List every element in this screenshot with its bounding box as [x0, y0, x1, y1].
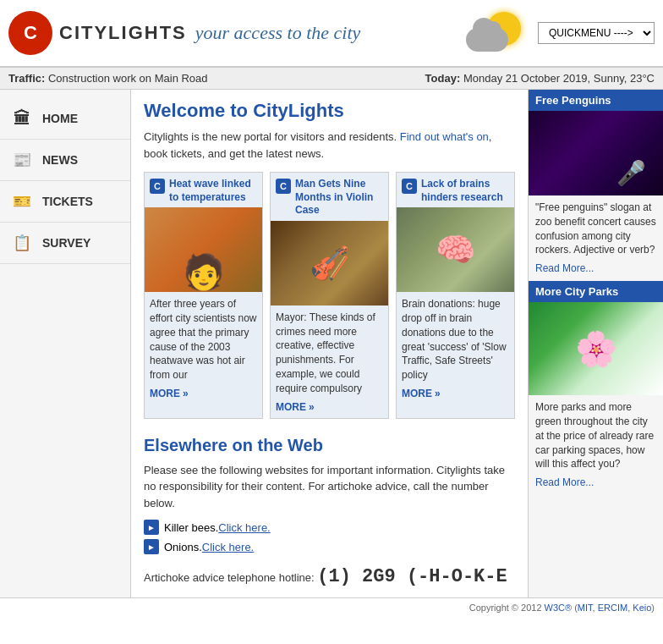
card-img-brain: 🧠 — [397, 207, 514, 292]
link-icon-onions: ► — [144, 539, 159, 554]
intro-text: Citylights is the new portal for visitor… — [144, 129, 515, 162]
widget-penguins-title: Free Penguins — [529, 90, 663, 111]
home-icon — [8, 107, 36, 130]
elsewhere-intro: Please see the following websites for im… — [144, 462, 515, 512]
quickmenu-select[interactable]: QUICKMENU ----> Home News Tickets Survey — [538, 22, 655, 44]
elsewhere-section: Elsewhere on the Web Please see the foll… — [144, 436, 515, 588]
sidebar-label-home: HOME — [42, 112, 78, 125]
main-layout: HOME NEWS TICKETS SURVEY Welcome to City… — [0, 90, 663, 597]
card-text-heatwave: After three years of effort city scienti… — [145, 292, 262, 386]
card-title-violin: Man Gets Nine Months in Violin Case — [295, 178, 383, 217]
survey-icon — [8, 231, 36, 255]
killer-bees-click[interactable]: Click here. — [218, 521, 270, 534]
card-header-violin: C Man Gets Nine Months in Violin Case — [271, 173, 388, 221]
card-header-brain: C Lack of brains hinders research — [397, 173, 514, 207]
quickmenu-area[interactable]: QUICKMENU ----> Home News Tickets Survey — [538, 22, 655, 44]
card-icon-brain: C — [402, 179, 417, 194]
card-img-heatwave: 🧑 — [145, 207, 262, 292]
footer-text: Copyright © 2012 W3C® (MIT, ERCIM, Keio) — [469, 603, 655, 613]
more-arrow-brain: » — [435, 388, 441, 399]
card-img-violin: 🎻 — [271, 221, 388, 305]
killer-bees-text: Killer bees. — [164, 521, 218, 534]
widget-parks: More City Parks More parks and more gree… — [529, 281, 663, 495]
news-card-brain: C Lack of brains hinders research 🧠 Brai… — [396, 172, 515, 419]
onions-text: Onions. — [164, 541, 202, 553]
card-text-violin: Mayor: These kinds of crimes need more c… — [271, 305, 388, 399]
tickets-icon — [8, 190, 36, 213]
sidebar-label-news: NEWS — [42, 153, 78, 167]
widget-parks-text: More parks and more green throughout the… — [529, 395, 663, 476]
traffic-info: Traffic: Construction work on Main Road — [8, 72, 208, 85]
weather-icon — [466, 8, 525, 58]
onions-link: ► Onions. Click here. — [144, 539, 515, 554]
site-name: CITYLIGHTS — [59, 22, 187, 44]
sidebar-item-tickets[interactable]: TICKETS — [0, 181, 130, 223]
logo-circle: C — [8, 11, 52, 55]
news-card-violin: C Man Gets Nine Months in Violin Case 🎻 … — [270, 172, 389, 419]
hotline: Artichoke advice telephone hotline: (1) … — [144, 566, 515, 587]
card-title-heatwave: Heat wave linked to temperatures — [169, 178, 257, 204]
today-value: Monday 21 October 2019, Sunny, 23°C — [463, 72, 655, 85]
card-more-violin[interactable]: MORE » — [271, 399, 388, 418]
mit-link[interactable]: MIT — [578, 603, 593, 613]
w3c-link[interactable]: W3C® — [545, 603, 573, 613]
penguins-photo — [529, 111, 663, 195]
traffic-bar: Traffic: Construction work on Main Road … — [0, 68, 663, 90]
keio-link[interactable]: Keio — [633, 603, 651, 613]
news-icon — [8, 148, 36, 172]
footer: Copyright © 2012 W3C® (MIT, ERCIM, Keio) — [0, 597, 663, 617]
today-label: Today: — [425, 72, 461, 85]
killer-bees-link: ► Killer bees. Click here. — [144, 520, 515, 535]
sidebar-item-news[interactable]: NEWS — [0, 140, 130, 181]
sidebar-label-tickets: TICKETS — [42, 195, 93, 208]
link-icon-bees: ► — [144, 520, 159, 535]
traffic-value: Construction work on Main Road — [48, 72, 208, 85]
logo-letter: C — [24, 22, 37, 44]
card-title-brain: Lack of brains hinders research — [421, 178, 509, 204]
penguins-read-more[interactable]: Read More... — [529, 262, 663, 281]
welcome-title: Welcome to CityLights — [144, 100, 515, 122]
card-more-brain[interactable]: MORE » — [397, 386, 514, 405]
sidebar-label-survey: SURVEY — [42, 236, 90, 250]
cloud-icon — [466, 28, 508, 52]
more-arrow-violin: » — [309, 401, 315, 413]
widget-parks-title: More City Parks — [529, 281, 663, 302]
hotline-number: (1) 2G9 (-H-O-K-E — [317, 566, 507, 587]
card-text-brain: Brain donations: huge drop off in brain … — [397, 292, 514, 386]
right-sidebar: Free Penguins "Free penguins" slogan at … — [528, 90, 663, 597]
traffic-label: Traffic: — [8, 72, 45, 85]
sidebar-item-home[interactable]: HOME — [0, 98, 130, 140]
tagline: your access to the city — [195, 22, 361, 44]
more-arrow-heatwave: » — [183, 388, 189, 399]
find-out-link[interactable]: Find out what's on — [400, 130, 489, 143]
news-cards: C Heat wave linked to temperatures 🧑 Aft… — [144, 172, 515, 419]
card-icon-violin: C — [276, 179, 291, 194]
site-header: C CITYLIGHTS your access to the city QUI… — [0, 0, 663, 68]
parks-read-more[interactable]: Read More... — [529, 476, 663, 495]
widget-penguins: Free Penguins "Free penguins" slogan at … — [529, 90, 663, 281]
today-info: Today: Monday 21 October 2019, Sunny, 23… — [425, 72, 655, 85]
onions-click[interactable]: Click here. — [202, 541, 254, 553]
content-area: Welcome to CityLights Citylights is the … — [131, 90, 528, 597]
widget-penguins-text: "Free penguins" slogan at zoo benefit co… — [529, 195, 663, 262]
card-icon-heatwave: C — [150, 179, 165, 194]
logo-area: C CITYLIGHTS your access to the city — [8, 11, 453, 55]
news-card-heatwave: C Heat wave linked to temperatures 🧑 Aft… — [144, 172, 263, 419]
card-more-heatwave[interactable]: MORE » — [145, 386, 262, 405]
hotline-label: Artichoke advice telephone hotline: — [144, 571, 315, 584]
sidebar: HOME NEWS TICKETS SURVEY — [0, 90, 131, 597]
ercim-link[interactable]: ERCIM — [598, 603, 627, 613]
card-header-heatwave: C Heat wave linked to temperatures — [145, 173, 262, 207]
sidebar-item-survey[interactable]: SURVEY — [0, 223, 130, 264]
elsewhere-title: Elsewhere on the Web — [144, 436, 515, 455]
parks-photo — [529, 302, 663, 395]
